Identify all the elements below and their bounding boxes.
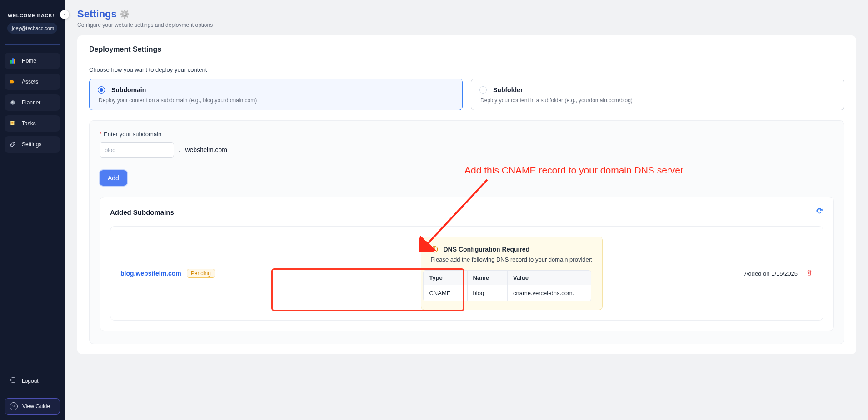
subdomain-name: blog.websitelm.com <box>120 270 181 277</box>
added-subdomains-box: Added Subdomains blog.websitelm.com Pend… <box>100 197 834 331</box>
dns-td-type: CNAME <box>424 285 467 301</box>
base-domain: websitelm.com <box>185 146 227 153</box>
welcome-label: WELCOME BACK! <box>8 13 57 18</box>
sidebar-item-label: Tasks <box>22 120 36 127</box>
dns-table: Type Name Value CNAME blog <box>423 270 591 301</box>
dns-alert: DNS Configuration Required Please add th… <box>421 237 603 310</box>
sidebar-item-settings[interactable]: Settings <box>5 136 60 153</box>
help-icon: ? <box>10 402 18 410</box>
subdomain-input[interactable] <box>100 142 174 158</box>
dot-separator: . <box>179 146 180 154</box>
view-guide-button[interactable]: ? View Guide <box>5 398 60 415</box>
svg-point-0 <box>10 100 15 104</box>
subdomain-form: *Enter your subdomain . websitelm.com Ad… <box>89 120 844 344</box>
page-title-text: Settings <box>77 8 117 20</box>
chevron-left-icon <box>62 12 67 17</box>
sidebar-bottom: Logout ? View Guide <box>5 372 60 415</box>
dns-title: DNS Configuration Required <box>443 246 529 253</box>
deployment-heading: Deployment Settings <box>89 45 844 54</box>
dns-td-name: blog <box>467 285 507 301</box>
view-guide-label: View Guide <box>22 403 50 410</box>
add-button[interactable]: Add <box>100 170 127 186</box>
subdomain-label-text: Enter your subdomain <box>104 131 161 138</box>
radio-subfolder[interactable] <box>479 86 487 94</box>
deployment-desc: Choose how you want to deploy your conte… <box>89 66 844 73</box>
sidebar-item-label: Assets <box>22 79 38 85</box>
option-subfolder-title: Subfolder <box>493 86 523 94</box>
radio-subdomain[interactable] <box>98 86 105 94</box>
logout-icon <box>9 376 16 385</box>
refresh-icon <box>815 207 823 215</box>
tag-icon <box>9 78 16 85</box>
sidebar-divider <box>5 44 60 45</box>
trash-icon <box>806 269 813 276</box>
sidebar: WELCOME BACK! joey@techacc.com Home Asse… <box>0 0 65 420</box>
home-icon <box>9 57 16 64</box>
main-content: Settings ⚙️ Configure your website setti… <box>65 0 868 420</box>
deployment-options: Subdomain Deploy your content on a subdo… <box>89 79 844 110</box>
sidebar-item-label: Planner <box>22 99 40 106</box>
page-subtitle: Configure your website settings and depl… <box>77 22 856 28</box>
warning-icon <box>430 245 439 253</box>
annotation-text: Add this CNAME record to your domain DNS… <box>464 165 683 176</box>
svg-rect-2 <box>10 121 14 125</box>
dns-td-value: cname.vercel-dns.com. <box>507 285 591 301</box>
option-subfolder-desc: Deploy your content in a subfolder (e.g.… <box>480 97 836 104</box>
sidebar-item-label: Home <box>22 58 36 64</box>
subdomain-row-item: blog.websitelm.com Pending DNS Configura… <box>110 226 823 321</box>
sidebar-item-assets[interactable]: Assets <box>5 74 60 90</box>
option-subdomain[interactable]: Subdomain Deploy your content on a subdo… <box>89 79 463 110</box>
svg-point-1 <box>11 101 13 103</box>
dns-record-row: CNAME blog cname.vercel-dns.com. <box>424 285 591 301</box>
dns-desc: Please add the following DNS record to y… <box>430 256 593 263</box>
dns-th-value: Value <box>507 271 591 285</box>
note-icon <box>9 120 16 127</box>
status-badge: Pending <box>187 269 215 278</box>
user-email-badge: joey@techacc.com <box>7 23 57 34</box>
dns-th-type: Type <box>424 271 467 285</box>
sidebar-item-home[interactable]: Home <box>5 53 60 69</box>
option-subfolder[interactable]: Subfolder Deploy your content in a subfo… <box>471 79 844 110</box>
sidebar-item-tasks[interactable]: Tasks <box>5 115 60 132</box>
required-mark: * <box>100 131 102 138</box>
dns-th-name: Name <box>467 271 507 285</box>
added-on-label: Added on 1/15/2025 <box>744 270 798 277</box>
deployment-card: Deployment Settings Choose how you want … <box>77 35 856 354</box>
option-subdomain-desc: Deploy your content on a subdomain (e.g.… <box>99 97 454 104</box>
refresh-button[interactable] <box>815 207 823 217</box>
sidebar-item-label: Settings <box>22 141 41 148</box>
logout-label: Logout <box>22 378 39 384</box>
sidebar-item-planner[interactable]: Planner <box>5 94 60 111</box>
delete-subdomain-button[interactable] <box>806 269 813 278</box>
logout-button[interactable]: Logout <box>5 372 60 390</box>
gear-icon: ⚙️ <box>120 9 130 19</box>
sidebar-collapse-button[interactable] <box>60 10 69 19</box>
added-heading: Added Subdomains <box>110 208 174 216</box>
page-title: Settings ⚙️ <box>77 8 856 20</box>
globe-icon <box>9 99 16 106</box>
link-icon <box>9 141 16 148</box>
option-subdomain-title: Subdomain <box>111 86 146 94</box>
sidebar-nav: Home Assets Planner Tasks Settings <box>5 53 60 153</box>
subdomain-label: *Enter your subdomain <box>100 131 834 138</box>
